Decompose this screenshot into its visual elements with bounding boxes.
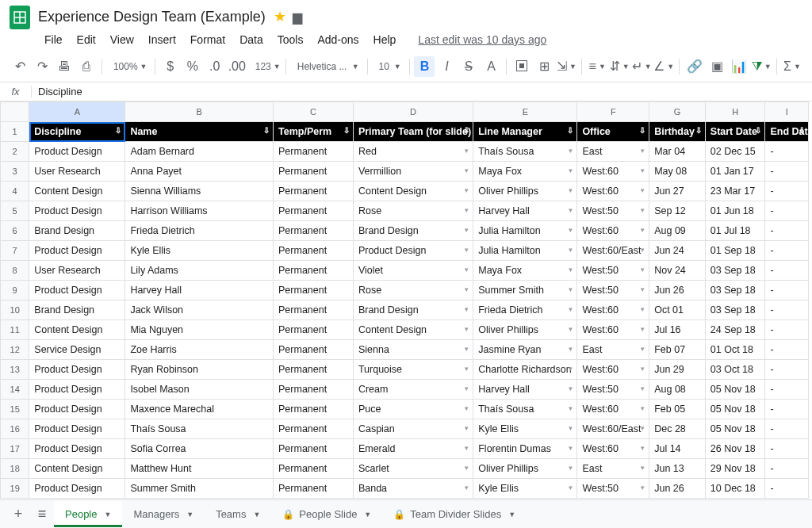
cell[interactable]: Permanent [274,360,354,380]
menu-tools[interactable]: Tools [278,33,304,46]
dropdown-arrow-icon[interactable]: ▼ [639,247,645,254]
col-header-H[interactable]: H [705,102,765,122]
cell[interactable]: Maya Fox▼ [473,261,577,281]
cell[interactable]: Permanent [274,459,354,479]
cell[interactable]: Scarlet▼ [353,459,473,479]
strikethrough-button[interactable]: S̶ [458,56,479,77]
cell[interactable]: 03 Oct 18 [705,360,765,380]
cell[interactable]: Product Design [29,439,125,459]
cell[interactable]: - [765,380,809,400]
cell[interactable]: Permanent [274,400,354,419]
cell[interactable]: 10 Dec 18 [705,479,765,499]
cell[interactable]: West:50▼ [577,479,649,499]
cell[interactable]: West:60▼ [577,360,649,380]
dropdown-arrow-icon[interactable]: ▼ [639,445,645,452]
cell[interactable]: Vermillion▼ [353,162,473,182]
cell[interactable]: Product Design [29,281,125,300]
cell[interactable]: Frieda Dietrich [125,221,274,241]
row-header[interactable]: 12 [1,340,29,360]
cell[interactable]: Product Design [29,360,125,380]
cell[interactable]: Sofia Correa [125,439,274,459]
cell[interactable]: Mar 04 [649,142,706,162]
cell[interactable]: Ryan Robinson [125,360,274,380]
cell[interactable]: Jul 14 [649,439,706,459]
cell[interactable]: 24 Sep 18 [705,320,765,340]
dropdown-arrow-icon[interactable]: ▼ [639,365,645,373]
cell[interactable]: Jun 26 [649,281,706,300]
col-header-F[interactable]: F [577,102,649,122]
cell[interactable]: West:60▼ [577,400,649,419]
cell[interactable]: Content Design▼ [353,182,473,201]
cell[interactable]: Jun 26 [649,479,706,499]
dropdown-arrow-icon[interactable]: ▼ [639,227,645,234]
row-header[interactable]: 11 [1,320,29,340]
cell[interactable]: Sienna Williams [125,182,274,201]
cell[interactable]: Emerald▼ [353,439,473,459]
cell[interactable]: Feb 05 [649,400,706,419]
cell[interactable]: Dec 28 [649,419,706,439]
filter-icon[interactable]: ⧩▼ [751,56,772,77]
dropdown-arrow-icon[interactable]: ▼ [639,425,645,432]
col-header-E[interactable]: E [473,102,577,122]
dropdown-arrow-icon[interactable]: ▼ [567,465,573,472]
dropdown-arrow-icon[interactable]: ▼ [463,227,469,234]
cell[interactable]: Oliver Phillips▼ [473,459,577,479]
dropdown-arrow-icon[interactable]: ▼ [567,187,573,194]
cell[interactable]: Oct 01 [649,300,706,320]
star-icon[interactable]: ★ [274,8,286,25]
cell[interactable]: Harvey Hall [125,281,274,300]
halign-button[interactable]: ≡▼ [587,56,607,77]
row-header[interactable]: 10 [1,300,29,320]
row-header[interactable]: 3 [1,162,29,182]
cell[interactable]: West:50▼ [577,201,649,221]
row-header[interactable]: 7 [1,241,29,261]
cell[interactable]: Maya Fox▼ [473,162,577,182]
row-header[interactable]: 4 [1,182,29,201]
cell[interactable]: Product Design [29,400,125,419]
dropdown-arrow-icon[interactable]: ▼ [463,187,469,194]
cell[interactable]: - [765,281,809,300]
dropdown-arrow-icon[interactable]: ▼ [639,465,645,472]
cell[interactable]: 01 Jun 18 [705,201,765,221]
dropdown-arrow-icon[interactable]: ▼ [567,326,573,333]
dropdown-arrow-icon[interactable]: ▼ [567,227,573,234]
dropdown-arrow-icon[interactable]: ▼ [567,425,573,432]
cell[interactable]: Jul 16 [649,320,706,340]
filter-indicator-icon[interactable]: ⇩ [463,126,469,135]
chevron-down-icon[interactable]: ▼ [104,511,111,518]
cell[interactable]: Violet▼ [353,261,473,281]
dropdown-arrow-icon[interactable]: ▼ [463,326,469,333]
cell[interactable]: Turquoise▼ [353,360,473,380]
cell[interactable]: Harvey Hall▼ [473,201,577,221]
cell[interactable]: 03 Sep 18 [705,261,765,281]
last-edit-link[interactable]: Last edit was 10 days ago [418,33,546,46]
zoom-select[interactable]: 100%▼ [107,56,150,77]
cell[interactable]: Content Design▼ [353,320,473,340]
cell[interactable]: Aug 09 [649,221,706,241]
dropdown-arrow-icon[interactable]: ▼ [639,385,645,392]
dropdown-arrow-icon[interactable]: ▼ [463,484,469,492]
cell[interactable]: Product Design [29,380,125,400]
cell[interactable]: West:60/East▼ [577,419,649,439]
cell[interactable]: Jun 24 [649,241,706,261]
cell[interactable]: Brand Design▼ [353,221,473,241]
all-sheets-button[interactable]: ≡ [30,503,54,526]
cell[interactable]: Permanent [274,340,354,360]
cell[interactable]: Isobel Mason [125,380,274,400]
filter-indicator-icon[interactable]: ⇩ [695,126,702,135]
cell[interactable]: Kyle Ellis▼ [473,419,577,439]
header-cell[interactable]: Discipline⇩ [29,122,125,142]
dropdown-arrow-icon[interactable]: ▼ [567,385,573,392]
cell[interactable]: Kyle Ellis▼ [473,479,577,499]
cell[interactable]: Aug 08 [649,380,706,400]
cell[interactable]: Mia Nguyen [125,320,274,340]
cell[interactable]: Product Design [29,419,125,439]
cell[interactable]: Sienna▼ [353,340,473,360]
cell[interactable]: West:50▼ [577,281,649,300]
cell[interactable]: Product Design [29,201,125,221]
cell[interactable]: Product Design▼ [353,241,473,261]
cell[interactable]: West:50▼ [577,261,649,281]
sheet-tab[interactable]: 🔒Team Divider Slides▼ [382,500,527,529]
cell[interactable]: Sep 12 [649,201,706,221]
cell[interactable]: Brand Design [29,221,125,241]
